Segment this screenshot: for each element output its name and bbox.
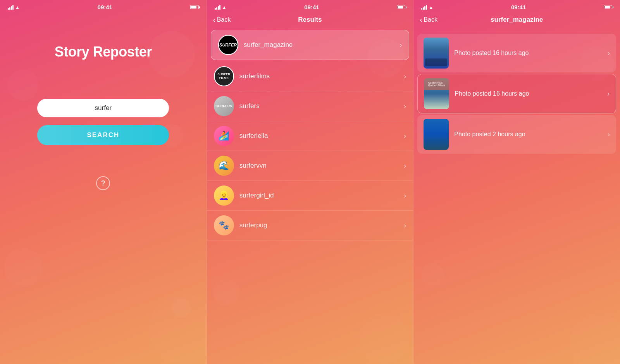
signal-icon-3	[421, 5, 427, 10]
search-content: Story Reposter surfer SEARCH ?	[0, 13, 207, 364]
result-username-surfervvn: surfervvn	[239, 162, 404, 170]
story-caption-1: Photo posted 16 hours ago	[454, 50, 529, 56]
avatar-surferfilms: SURFERFILMS	[214, 66, 234, 86]
story-item-1[interactable]: Photo posted 16 hours ago ›	[417, 34, 616, 72]
avatar-surfervvn-img: 🌊	[219, 161, 229, 171]
avatar-surfervvn: 🌊	[214, 156, 234, 176]
result-username-surferfilms: surferfilms	[239, 72, 404, 80]
status-left-1: ▲	[8, 5, 20, 10]
avatar-surfer-magazine: SURFER	[218, 35, 238, 55]
battery-icon-1	[190, 5, 199, 9]
result-username-surferpug: surferpug	[239, 221, 404, 229]
avatar-surfers: SURFERS	[214, 96, 234, 116]
story-chevron-3: ›	[608, 130, 610, 139]
result-chevron-surfers: ›	[404, 102, 406, 110]
status-right-1	[190, 5, 199, 9]
story-thumb-2: California'sGolden Week	[424, 78, 449, 109]
profile-nav-header: ‹ Back surfer_magazine	[413, 13, 620, 28]
surfer-films-logo: SURFERFILMS	[217, 72, 230, 80]
thumb-2-label: California'sGolden Week	[428, 81, 445, 87]
battery-icon-2	[397, 5, 405, 9]
battery-icon-3	[604, 5, 612, 9]
result-chevron-surferfilms: ›	[404, 72, 406, 81]
help-icon[interactable]: ?	[96, 176, 110, 190]
wifi-icon-1: ▲	[15, 5, 20, 10]
result-item-surfers[interactable]: SURFERS surfers ›	[207, 91, 413, 121]
results-nav-header: ‹ Back Results	[207, 13, 413, 28]
status-bar-3: ▲ 09:41	[413, 0, 620, 13]
results-back-button[interactable]: ‹ Back	[213, 16, 231, 24]
results-back-chevron: ‹	[213, 16, 215, 24]
avatar-surfergirl-img: 👱‍♀️	[219, 191, 229, 201]
profile-back-chevron: ‹	[420, 16, 422, 24]
avatar-surferpug-img: 🐾	[219, 220, 229, 230]
profile-back-button[interactable]: ‹ Back	[420, 16, 437, 24]
result-item-surferfilms[interactable]: SURFERFILMS surferfilms ›	[207, 62, 413, 91]
status-left-2: ▲	[215, 5, 227, 10]
app-title: Story Reposter	[55, 44, 152, 60]
result-item-surferleila[interactable]: 🏄 surferleila ›	[207, 121, 413, 151]
avatar-surferpug: 🐾	[214, 215, 234, 235]
status-bar-1: ▲ 09:41	[0, 0, 207, 13]
result-item-surfergirl[interactable]: 👱‍♀️ surfergirl_id ›	[207, 181, 413, 211]
search-panel: ▲ 09:41 Story Reposter surfer SEARCH ?	[0, 0, 207, 364]
result-chevron-surfervvn: ›	[404, 162, 406, 170]
story-thumb-3	[424, 119, 449, 150]
avatar-surfers-text: SURFERS	[215, 104, 232, 108]
result-item-surferpug[interactable]: 🐾 surferpug ›	[207, 211, 413, 240]
story-caption-2: Photo posted 16 hours ago	[455, 90, 529, 97]
story-item-3[interactable]: Photo posted 2 hours ago ›	[417, 115, 616, 154]
story-item-2[interactable]: California'sGolden Week Photo posted 16 …	[417, 74, 616, 113]
status-time-3: 09:41	[511, 4, 526, 10]
result-chevron-surfergirl: ›	[404, 192, 406, 200]
status-time-1: 09:41	[98, 4, 112, 10]
status-right-3	[604, 5, 612, 9]
story-thumb-1	[424, 38, 449, 69]
result-chevron-surferpug: ›	[404, 221, 406, 230]
results-list: SURFER surfer_magazine › SURFERFILMS sur…	[207, 28, 413, 364]
search-input-wrap: surfer	[37, 99, 169, 117]
status-left-3: ▲	[421, 5, 433, 10]
result-username-surfer-magazine: surfer_magazine	[244, 41, 400, 49]
result-chevron-surfer-magazine: ›	[400, 41, 402, 49]
story-list: Photo posted 16 hours ago › California's…	[413, 28, 620, 364]
avatar-surferleila: 🏄	[214, 126, 234, 146]
story-info-3: Photo posted 2 hours ago	[454, 130, 608, 139]
signal-icon-1	[8, 5, 14, 10]
thumb-1-text-bar	[425, 58, 447, 66]
avatar-surfergirl: 👱‍♀️	[214, 185, 234, 206]
surfer-mag-logo: SURFER	[219, 43, 237, 47]
story-chevron-2: ›	[607, 90, 610, 98]
result-username-surfers: surfers	[239, 102, 404, 110]
status-time-2: 09:41	[304, 4, 319, 10]
profile-panel: ▲ 09:41 ‹ Back surfer_magazine Photo pos…	[413, 0, 620, 364]
wifi-icon-2: ▲	[222, 5, 227, 10]
status-bar-2: ▲ 09:41	[207, 0, 413, 13]
search-button[interactable]: SEARCH	[37, 125, 169, 145]
status-right-2	[397, 5, 405, 9]
thumb-2-overlay: California'sGolden Week	[424, 78, 449, 90]
result-chevron-surferleila: ›	[404, 132, 406, 140]
signal-icon-2	[215, 5, 220, 10]
result-username-surfergirl: surfergirl_id	[239, 192, 404, 199]
result-username-surferleila: surferleila	[239, 132, 404, 140]
wifi-icon-3: ▲	[429, 5, 433, 10]
results-panel: ▲ 09:41 ‹ Back Results SURFER surfer_mag…	[207, 0, 413, 364]
story-info-1: Photo posted 16 hours ago	[454, 49, 608, 57]
story-caption-3: Photo posted 2 hours ago	[454, 131, 525, 137]
results-back-label: Back	[217, 16, 231, 23]
result-item-surfer-magazine[interactable]: SURFER surfer_magazine ›	[211, 30, 410, 60]
search-input[interactable]: surfer	[37, 99, 169, 117]
story-chevron-1: ›	[608, 49, 610, 57]
thumb-3-bg	[424, 119, 449, 150]
avatar-surferleila-img: 🏄	[219, 131, 229, 141]
story-info-2: Photo posted 16 hours ago	[455, 90, 607, 98]
profile-title: surfer_magazine	[491, 16, 543, 24]
profile-back-label: Back	[424, 16, 437, 23]
results-title: Results	[298, 16, 322, 24]
result-item-surfervvn[interactable]: 🌊 surfervvn ›	[207, 151, 413, 181]
